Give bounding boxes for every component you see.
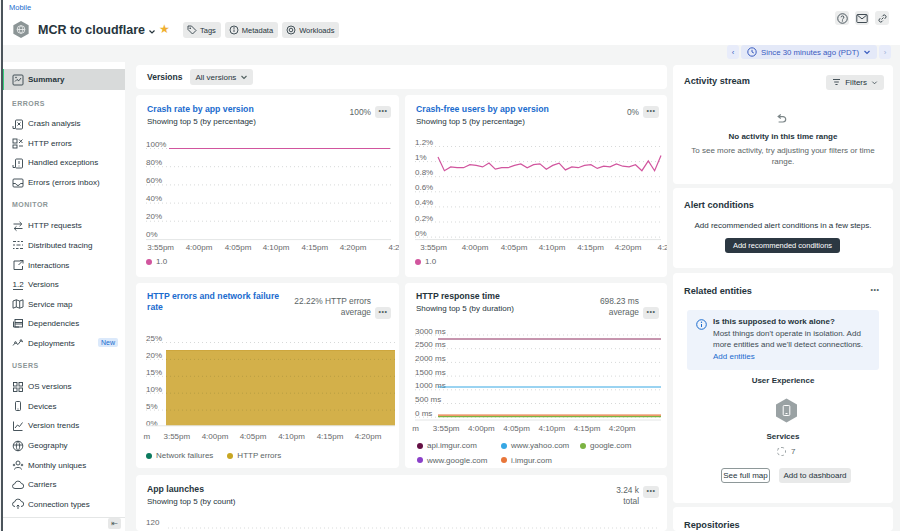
- svg-text:1000 ms: 1000 ms: [415, 381, 446, 390]
- svg-text:3:55pm: 3:55pm: [147, 243, 174, 252]
- svg-text:4:15pm: 4:15pm: [574, 424, 601, 433]
- svg-text:4:05pm: 4:05pm: [503, 424, 530, 433]
- svg-text:0%: 0%: [146, 230, 158, 239]
- svg-text:3:55pm: 3:55pm: [420, 243, 447, 252]
- svg-text:4:05pm: 4:05pm: [225, 243, 252, 252]
- svg-text:3:55pm: 3:55pm: [433, 424, 460, 433]
- svg-text:10%: 10%: [146, 385, 162, 394]
- svg-text:0.8%: 0.8%: [415, 168, 433, 177]
- svg-text:4:2: 4:2: [388, 243, 399, 252]
- svg-text:0.4%: 0.4%: [415, 198, 433, 207]
- svg-text:4:00pm: 4:00pm: [202, 432, 229, 441]
- svg-text:20%: 20%: [146, 212, 162, 221]
- svg-text:3:55pm: 3:55pm: [163, 432, 190, 441]
- svg-text:2000 ms: 2000 ms: [415, 354, 446, 363]
- svg-text:3000 ms: 3000 ms: [415, 327, 446, 336]
- svg-text:4:10pm: 4:10pm: [539, 243, 566, 252]
- svg-text:0.6%: 0.6%: [415, 183, 433, 192]
- svg-text:4:00pm: 4:00pm: [462, 243, 489, 252]
- svg-text:4:05pm: 4:05pm: [240, 432, 267, 441]
- svg-text:4:2: 4:2: [657, 243, 667, 252]
- svg-text:4:20pm: 4:20pm: [609, 424, 636, 433]
- svg-text:4:15pm: 4:15pm: [317, 432, 344, 441]
- svg-text:m: m: [144, 432, 151, 441]
- svg-text:4:10pm: 4:10pm: [278, 432, 305, 441]
- svg-text:4:15pm: 4:15pm: [577, 243, 604, 252]
- svg-text:4:00pm: 4:00pm: [468, 424, 495, 433]
- svg-text:4:20pm: 4:20pm: [615, 243, 642, 252]
- svg-text:0.2%: 0.2%: [415, 214, 433, 223]
- svg-text:80%: 80%: [146, 158, 162, 167]
- svg-text:40%: 40%: [146, 194, 162, 203]
- svg-text:60%: 60%: [146, 176, 162, 185]
- svg-text:4:10pm: 4:10pm: [538, 424, 565, 433]
- svg-text:4:20pm: 4:20pm: [340, 243, 367, 252]
- svg-text:4:05pm: 4:05pm: [501, 243, 528, 252]
- svg-text:1.2%: 1.2%: [415, 138, 433, 147]
- svg-text:4:20pm: 4:20pm: [355, 432, 382, 441]
- svg-text:500 ms: 500 ms: [415, 395, 441, 404]
- svg-text:2500 ms: 2500 ms: [415, 340, 446, 349]
- svg-text:1500 ms: 1500 ms: [415, 368, 446, 377]
- svg-text:5%: 5%: [146, 402, 158, 411]
- svg-text:20%: 20%: [146, 351, 162, 360]
- svg-text:4:10pm: 4:10pm: [263, 243, 290, 252]
- svg-text:120: 120: [146, 518, 160, 527]
- svg-text:1.2: 1.2: [13, 280, 25, 289]
- svg-text:m: m: [412, 424, 419, 433]
- svg-text:0 ms: 0 ms: [415, 409, 432, 418]
- svg-text:0%: 0%: [415, 229, 427, 238]
- svg-text:1%: 1%: [415, 153, 427, 162]
- svg-text:100%: 100%: [146, 140, 166, 149]
- svg-text:15%: 15%: [146, 368, 162, 377]
- svg-text:25%: 25%: [146, 334, 162, 343]
- svg-text:4:00pm: 4:00pm: [186, 243, 213, 252]
- svg-text:4:15pm: 4:15pm: [301, 243, 328, 252]
